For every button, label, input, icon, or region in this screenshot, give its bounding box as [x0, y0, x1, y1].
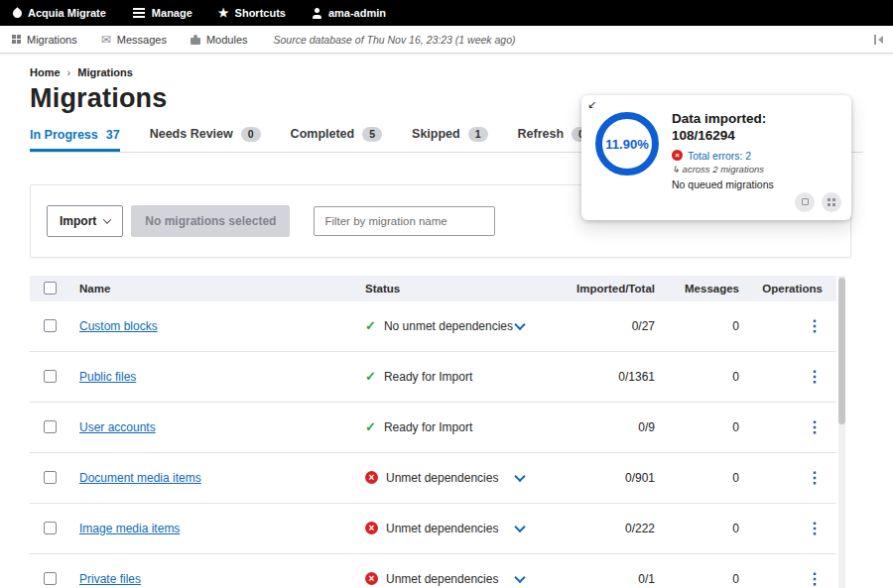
modules-label: Modules [206, 34, 248, 46]
import-dropdown-button[interactable]: Import [47, 205, 123, 237]
column-header-name: Name [79, 283, 365, 294]
status-text: Ready for Import [384, 370, 472, 384]
table-row: Private files × Unmet dependencies 0/1 0… [30, 554, 836, 588]
arrow-left-icon [878, 36, 883, 44]
queue-details-button[interactable] [822, 192, 841, 212]
toolbar-item-messages[interactable]: ✉ Messages [89, 26, 179, 53]
errors-detail: across 2 migrations [683, 164, 764, 175]
breadcrumb-home-link[interactable]: Home [30, 66, 61, 78]
table-row: Custom blocks ✓ No unmet dependencies 0/… [30, 301, 836, 352]
messages-count: 0 [663, 370, 747, 384]
hook-arrow-icon: ↳ [672, 164, 680, 175]
tab-completed[interactable]: Completed 5 [291, 127, 382, 152]
imported-total-value: 0/1 [554, 572, 663, 586]
toolbar-item-modules[interactable]: Modules [179, 26, 260, 53]
toggle-bar-icon [874, 35, 876, 45]
migration-name-link[interactable]: Document media items [79, 471, 201, 485]
toolbar-orientation-toggle[interactable] [874, 35, 883, 45]
manage-menu-button[interactable]: Manage [119, 0, 205, 26]
tab-refresh[interactable]: Refresh 0 [518, 127, 591, 152]
messages-label: Messages [117, 34, 167, 46]
messages-count: 0 [663, 522, 747, 535]
imported-total-value: 0/1361 [554, 370, 663, 384]
puzzle-icon [191, 38, 200, 45]
table-row: Public files ✓ Ready for Import 0/1361 0… [30, 352, 836, 403]
tab-count-badge: 5 [362, 127, 382, 142]
vertical-scrollbar[interactable] [838, 276, 845, 588]
shortcuts-label: Shortcuts [235, 7, 286, 19]
brand-home-link[interactable]: Acquia Migrate [0, 0, 119, 26]
tab-label: Skipped [412, 127, 460, 141]
error-icon: × [672, 150, 683, 161]
column-header-imported: Imported/Total [554, 283, 663, 294]
data-imported-label: Data imported: [672, 111, 774, 128]
migration-name-link[interactable]: User accounts [79, 420, 156, 434]
chevron-down-icon[interactable] [514, 571, 525, 582]
row-checkbox[interactable] [44, 319, 57, 332]
migration-filter-input[interactable] [314, 206, 495, 236]
table-body: Custom blocks ✓ No unmet dependencies 0/… [30, 301, 836, 588]
operations-menu-button[interactable]: ⋮ [807, 318, 823, 334]
acquia-droplet-icon [11, 7, 24, 20]
error-icon: × [365, 572, 378, 585]
envelope-icon: ✉ [101, 34, 111, 46]
row-checkbox[interactable] [44, 370, 57, 383]
migrations-table: Name Status Imported/Total Messages Oper… [30, 276, 836, 588]
operations-menu-button[interactable]: ⋮ [807, 571, 823, 587]
import-label: Import [60, 214, 96, 228]
selection-status-button[interactable]: No migrations selected [131, 205, 290, 237]
operations-menu-button[interactable]: ⋮ [807, 470, 823, 486]
imported-total-value: 0/27 [554, 319, 663, 333]
migration-name-link[interactable]: Private files [79, 572, 141, 586]
imported-total-value: 0/901 [554, 471, 663, 485]
user-menu-button[interactable]: ama-admin [299, 0, 399, 26]
select-all-checkbox[interactable] [44, 282, 57, 294]
tab-label: Needs Review [150, 127, 233, 141]
error-icon: × [365, 522, 378, 534]
migration-name-link[interactable]: Image media items [79, 522, 180, 535]
error-icon: × [365, 471, 378, 484]
queue-status: No queued migrations [672, 178, 774, 190]
chevron-down-icon[interactable] [514, 470, 525, 481]
imported-total-value: 0/9 [554, 420, 663, 434]
chevron-down-icon[interactable] [514, 318, 525, 329]
messages-count: 0 [663, 572, 747, 586]
tab-needs-review[interactable]: Needs Review 0 [150, 127, 261, 152]
stop-queue-button[interactable] [795, 192, 815, 212]
grid-icon [828, 198, 835, 206]
progress-percent: 11.90% [605, 137, 648, 152]
operations-menu-button[interactable]: ⋮ [807, 369, 823, 385]
tab-skipped[interactable]: Skipped 1 [412, 127, 487, 152]
row-checkbox[interactable] [44, 471, 57, 484]
admin-toolbar: Acquia Migrate Manage ★ Shortcuts ama-ad… [0, 0, 893, 26]
status-text: Ready for Import [384, 420, 472, 434]
toolbar-item-migrations[interactable]: Migrations [0, 26, 89, 53]
imported-total-value: 0/222 [554, 522, 663, 535]
tab-count-badge: 0 [241, 127, 261, 142]
messages-count: 0 [663, 471, 747, 485]
hamburger-icon [133, 12, 145, 14]
tab-in-progress[interactable]: In Progress 37 [30, 128, 120, 152]
tab-label: Refresh [518, 127, 565, 141]
table-row: User accounts ✓ Ready for Import 0/9 0 ⋮ [30, 403, 836, 453]
table-header-row: Name Status Imported/Total Messages Oper… [30, 276, 836, 301]
stop-icon [802, 198, 809, 205]
collapse-arrow-icon[interactable]: ↙ [587, 98, 596, 111]
total-errors-link[interactable]: Total errors: 2 [688, 150, 751, 162]
chevron-down-icon[interactable] [514, 521, 525, 531]
migrations-grid-icon [12, 35, 21, 44]
migration-name-link[interactable]: Public files [79, 370, 136, 384]
row-checkbox[interactable] [44, 420, 57, 433]
row-checkbox[interactable] [44, 572, 57, 585]
scrollbar-thumb[interactable] [838, 278, 845, 424]
secondary-toolbar: Migrations ✉ Messages Modules Source dat… [0, 26, 893, 54]
row-checkbox[interactable] [44, 522, 57, 534]
status-text: Unmet dependencies [386, 572, 498, 586]
operations-menu-button[interactable]: ⋮ [807, 521, 823, 536]
data-imported-count: 108/16294 [672, 128, 774, 145]
shortcuts-menu-button[interactable]: ★ Shortcuts [205, 0, 299, 26]
migration-name-link[interactable]: Custom blocks [79, 319, 158, 333]
chevron-down-icon [103, 215, 111, 223]
queue-controls [795, 192, 841, 212]
operations-menu-button[interactable]: ⋮ [807, 419, 823, 435]
